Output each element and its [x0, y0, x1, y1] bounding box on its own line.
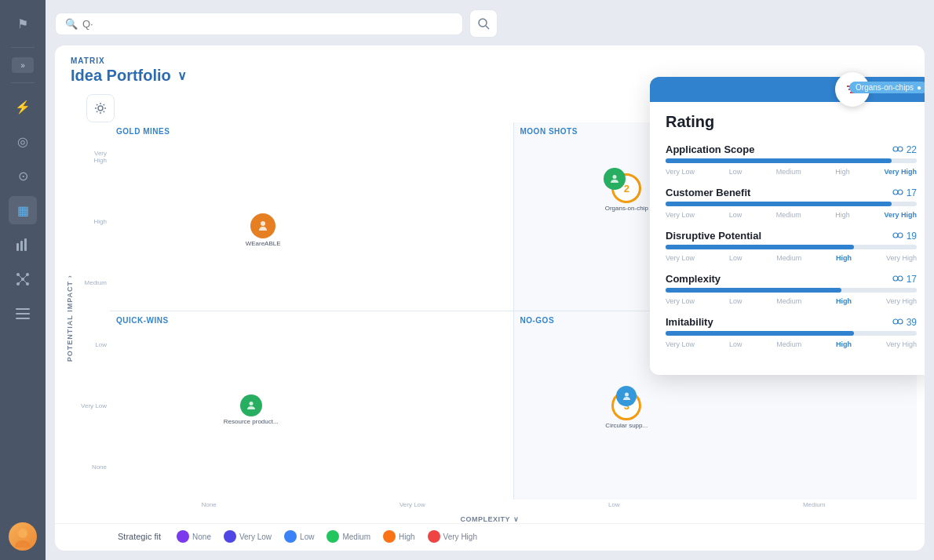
x-label-none: None — [202, 501, 217, 512]
legend-label-low: Low — [300, 533, 314, 541]
svg-point-15 — [18, 529, 27, 538]
rating-name-complexity: Complexity — [666, 273, 721, 285]
legend-title: Strategic fit — [118, 532, 161, 541]
svg-rect-13 — [16, 313, 30, 315]
rating-bar-bg-4 — [666, 331, 917, 336]
svg-line-18 — [486, 26, 489, 29]
svg-line-9 — [23, 275, 27, 279]
dot-resource[interactable] — [240, 395, 262, 416]
rating-row-customer-benefit: Customer Benefit 17 Very Low Low Medium … — [666, 187, 917, 219]
svg-point-17 — [479, 19, 487, 27]
x-label-low: Low — [608, 501, 620, 512]
rating-bar-bg-0 — [666, 158, 917, 163]
settings-button[interactable] — [86, 94, 115, 122]
svg-rect-1 — [20, 241, 23, 251]
rating-name-disruptive-potential: Disruptive Potential — [666, 230, 761, 242]
y-label-high: High — [80, 218, 107, 225]
svg-point-28 — [898, 147, 903, 151]
legend-label-veryhigh: Very High — [443, 533, 477, 541]
sidebar-expand-button[interactable]: » — [12, 57, 34, 73]
x-axis-label: COMPLEXITY ∨ — [63, 515, 917, 523]
legend-dot-low — [284, 530, 297, 543]
rating-panel: Organs-on-chips ● Rating Application Sco… — [650, 77, 925, 375]
matrix-label: MATRIX — [71, 56, 187, 65]
portfolio-title[interactable]: Idea Portfolio ∨ — [71, 67, 187, 85]
network-icon[interactable] — [9, 265, 37, 293]
search-input-wrapper[interactable]: 🔍 — [55, 13, 463, 35]
rating-scale-0: Very Low Low Medium High Very High — [666, 168, 917, 176]
content-header: MATRIX Idea Portfolio ∨ — [71, 56, 187, 85]
dot-circular-icon — [616, 386, 637, 406]
y-label-medium: Medium — [80, 279, 107, 286]
legend-dot-veryhigh — [428, 530, 440, 543]
sidebar: ⚑ » ⚡ ◎ ⊙ ▦ — [0, 0, 46, 560]
rating-scale-2: Very Low Low Medium High Very High — [666, 254, 917, 262]
svg-point-32 — [898, 233, 903, 238]
rating-scale-4: Very Low Low Medium High Very High — [666, 340, 917, 348]
svg-line-8 — [18, 275, 23, 279]
legend-item-verylow: Very Low — [224, 530, 272, 543]
dot-resource-label: Resource product... — [224, 418, 279, 425]
rating-title: Rating — [666, 113, 917, 131]
rating-bar-fill-0 — [666, 158, 892, 163]
legend-item-none: None — [177, 530, 211, 543]
sidebar-divider-2 — [11, 82, 35, 83]
list-icon[interactable] — [9, 300, 37, 328]
rating-name-customer-benefit: Customer Benefit — [666, 187, 750, 198]
svg-point-36 — [898, 319, 903, 324]
dot-circular-label: Circular supp... — [605, 422, 648, 429]
search-button[interactable] — [469, 9, 498, 38]
search-input[interactable] — [82, 18, 453, 30]
dot-organs-label: Organs-on-chip — [605, 205, 648, 212]
chart-icon[interactable] — [9, 231, 37, 259]
user-avatar[interactable] — [9, 522, 37, 551]
target-icon[interactable]: ◎ — [9, 127, 37, 155]
svg-point-20 — [261, 221, 265, 226]
flag-icon[interactable]: ⚑ — [9, 9, 37, 38]
rating-row-application-scope: Application Scope 22 Very Low Low Medium… — [666, 144, 917, 176]
dot-weareABLE[interactable] — [250, 213, 275, 238]
svg-point-27 — [893, 147, 898, 151]
rating-row-imitability: Imitability 39 Very Low Low Medium High … — [666, 316, 917, 348]
svg-point-29 — [893, 190, 898, 195]
main-area: 🔍 MATRIX Idea Portfolio ∨ — [46, 0, 934, 560]
y-label-veryhigh: Very High — [80, 150, 107, 164]
svg-point-31 — [893, 233, 898, 238]
panel-chip[interactable]: Organs-on-chips ● — [849, 82, 925, 93]
legend-dot-high — [383, 530, 396, 543]
rating-name-imitability: Imitability — [666, 316, 713, 328]
svg-point-35 — [893, 319, 898, 324]
svg-point-19 — [98, 106, 103, 111]
rating-bar-fill-1 — [666, 202, 892, 206]
sidebar-divider — [11, 47, 35, 48]
content-area: MATRIX Idea Portfolio ∨ P — [55, 45, 925, 551]
quick-wins-label: QUICK-WINS — [116, 316, 507, 325]
svg-rect-2 — [24, 238, 27, 251]
rating-bar-fill-2 — [666, 245, 854, 249]
y-label-verylow: Very Low — [80, 402, 107, 409]
rating-count-complexity: 17 — [892, 274, 917, 285]
lightning-icon[interactable]: ⚡ — [9, 93, 37, 121]
rating-row-disruptive-potential: Disruptive Potential 19 Very Low Low Med… — [666, 230, 917, 262]
legend-label-medium: Medium — [342, 533, 370, 541]
circle-icon[interactable]: ⊙ — [9, 162, 37, 190]
dot-weareABLE-label: WEareABLE — [246, 240, 281, 247]
svg-point-16 — [15, 540, 31, 547]
svg-point-22 — [249, 402, 253, 405]
rating-bar-fill-3 — [666, 288, 841, 293]
y-label-low: Low — [80, 341, 107, 348]
rating-count-application-scope: 22 — [892, 144, 917, 155]
legend-item-low: Low — [284, 530, 314, 543]
search-icon: 🔍 — [65, 18, 78, 30]
x-label-medium: Medium — [803, 501, 825, 512]
legend-dot-verylow — [224, 530, 236, 543]
svg-point-21 — [612, 175, 616, 179]
rating-name-application-scope: Application Scope — [666, 144, 754, 155]
rating-count-imitability: 39 — [892, 317, 917, 328]
rating-count-customer-benefit: 17 — [892, 187, 917, 198]
grid-icon[interactable]: ▦ — [9, 196, 37, 224]
rating-scale-3: Very Low Low Medium High Very High — [666, 297, 917, 305]
legend: Strategic fit None Very Low Low Medium H… — [55, 523, 925, 551]
rating-bar-bg-3 — [666, 288, 917, 293]
legend-dot-medium — [327, 530, 339, 543]
